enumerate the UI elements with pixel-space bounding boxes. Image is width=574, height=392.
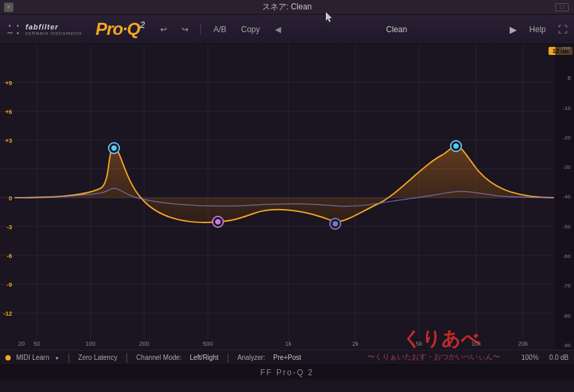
brand-name: fabfilter <box>25 23 82 31</box>
eq-curve-svg: +9 +6 +3 0 -3 -6 -9 -12 20 50 100 200 50… <box>0 44 574 350</box>
brand-sub: software instruments <box>25 31 82 36</box>
brand-text: fabfilter software instruments <box>25 23 82 36</box>
svg-text:-12: -12 <box>3 310 12 317</box>
svg-text:5k: 5k <box>416 340 422 347</box>
product-version: 2 <box>139 19 144 30</box>
statusbar: MIDI Learn | Zero Latency | Channel Mode… <box>0 350 574 365</box>
close-button[interactable]: × <box>4 3 13 12</box>
svg-text:200: 200 <box>139 340 149 347</box>
bottom-label: FF Pro-Q 2 <box>0 365 574 379</box>
header-separator-1 <box>200 24 201 35</box>
svg-text:20: 20 <box>18 340 25 347</box>
plugin-header: fabfilter software instruments Pro·Q2 ↩ … <box>0 15 574 44</box>
maximize-button[interactable]: □ <box>555 3 569 11</box>
svg-text:-3: -3 <box>7 224 12 231</box>
midi-indicator <box>5 355 11 361</box>
logo-cell-1 <box>7 23 13 29</box>
redo-button[interactable]: ↪ <box>179 23 191 36</box>
eq-display[interactable]: 12 dB -INF 0 -10 -20 -30 -40 -50 -60 -70… <box>0 44 574 350</box>
titlebar: × スネア: Clean □ <box>0 0 574 15</box>
analyzer-label: Analyzer: <box>237 354 266 361</box>
svg-text:+9: +9 <box>5 80 12 86</box>
svg-text:0: 0 <box>9 195 12 202</box>
play-button[interactable]: ▶ <box>510 24 517 35</box>
svg-point-38 <box>333 221 338 226</box>
svg-text:+3: +3 <box>5 137 12 144</box>
svg-text:500: 500 <box>203 340 213 347</box>
zoom-value: 100% <box>522 354 539 361</box>
logo-cell-2 <box>15 23 21 29</box>
fullscreen-button[interactable]: ⛶ <box>558 24 567 35</box>
logo-cell-4 <box>15 30 21 36</box>
svg-text:100: 100 <box>85 340 95 347</box>
help-button[interactable]: Help <box>526 23 549 36</box>
svg-text:-6: -6 <box>7 253 12 259</box>
product-full-name: FF Pro-Q 2 <box>260 368 314 377</box>
svg-point-39 <box>453 143 459 149</box>
midi-learn-dropdown[interactable] <box>54 354 59 361</box>
channel-mode-value: Left/Right <box>190 354 219 361</box>
svg-text:1k: 1k <box>285 340 292 347</box>
undo-button[interactable]: ↩ <box>158 23 170 36</box>
copy-button[interactable]: Copy <box>239 23 263 36</box>
svg-point-36 <box>111 145 117 151</box>
logo-grid <box>7 23 21 36</box>
input-indicator: ◀ <box>272 23 284 36</box>
svg-text:+6: +6 <box>5 109 12 115</box>
logo-area: fabfilter software instruments <box>7 23 82 36</box>
ab-button[interactable]: A/B <box>211 23 229 36</box>
logo-cell-3 <box>7 30 13 36</box>
svg-text:2k: 2k <box>352 340 359 347</box>
window-title: スネア: Clean <box>262 1 312 13</box>
header-controls: ↩ ↪ A/B Copy ◀ Clean ▶ Help ⛶ <box>158 23 567 36</box>
svg-point-37 <box>215 219 221 224</box>
svg-text:50: 50 <box>34 340 40 347</box>
svg-text:10k: 10k <box>471 340 481 347</box>
preset-name: Clean <box>293 25 501 34</box>
analyzer-value: Pre+Post <box>274 354 301 361</box>
latency-label: Zero Latency <box>78 354 117 361</box>
midi-learn-label[interactable]: MIDI Learn <box>16 354 49 361</box>
svg-text:-9: -9 <box>7 281 12 288</box>
channel-mode-label: Channel Mode: <box>136 354 182 361</box>
product-name: Pro·Q2 <box>96 19 145 40</box>
svg-text:20k: 20k <box>518 340 528 347</box>
db-value: 0.0 dB <box>549 354 569 361</box>
